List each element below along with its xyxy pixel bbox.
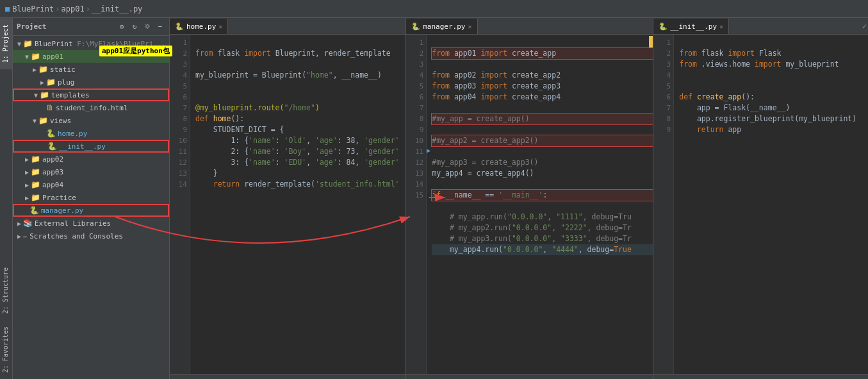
tree-item-static[interactable]: ▶ 📁 static <box>13 63 169 76</box>
tree-item-scratches[interactable]: ▶ ✏️ Scratches and Consoles <box>13 230 169 242</box>
pane3-code-content[interactable]: from flask import Flask from .views.home… <box>674 35 868 374</box>
pane2-tabs: 🐍 manager.py ✕ <box>406 18 653 35</box>
pane3-scrollbar[interactable] <box>653 374 868 379</box>
editor-area: 🐍 home.py ✕ 1234567891011121314 from fla… <box>170 18 868 379</box>
templates-label: templates <box>51 91 90 99</box>
panel-toolbar: Project ⚙ ↻ ⛭ − <box>13 18 169 36</box>
structure-tab[interactable]: 2: Structure <box>0 261 12 320</box>
app-logo: ■ <box>5 4 10 13</box>
title-bar: ■ BluePrint › app01 › __init__.py <box>0 0 868 18</box>
pane3-tabs: 🐍 __init__.py ✕ <box>653 18 868 35</box>
pane1-code[interactable]: 1234567891011121314 from flask import Bl… <box>170 35 405 374</box>
tree-item-app02[interactable]: ▶ 📁 app02 <box>13 153 169 165</box>
project-tree: ▼ 📁 BluePrint F:\MyFlask\BluePri... ▼ 📁 … <box>13 36 169 379</box>
panel-title: Project <box>17 22 46 31</box>
breadcrumb-init: __init__.py <box>92 4 142 13</box>
tree-item-student-info[interactable]: 🗎 student_info.html <box>13 101 169 114</box>
pane3-code[interactable]: 123456789 from flask import Flask from .… <box>653 35 868 374</box>
pane2-scrollbar[interactable] <box>406 374 653 379</box>
editor-pane-2: 🐍 manager.py ✕ 123456789101112131415 fro… <box>406 18 653 379</box>
tree-item-views[interactable]: ▼ 📁 views <box>13 114 169 127</box>
minimize-icon[interactable]: − <box>155 22 165 32</box>
tree-item-practice[interactable]: ▶ 📁 Practice <box>13 191 169 204</box>
settings-icon[interactable]: ⛭ <box>142 22 152 32</box>
editor-pane-1: 🐍 home.py ✕ 1234567891011121314 from fla… <box>170 18 406 379</box>
sync-icon[interactable]: ↻ <box>129 22 140 32</box>
tree-item-app01[interactable]: ▼ 📁 app01 <box>13 50 169 63</box>
breadcrumb-app01: app01 <box>61 4 85 13</box>
tree-item-templates[interactable]: ▼ 📁 templates <box>13 88 169 101</box>
warning-stripe <box>649 36 653 47</box>
tab-manager-py[interactable]: 🐍 manager.py ✕ <box>406 19 477 34</box>
tree-item-app03[interactable]: ▶ 📁 app03 <box>13 165 169 178</box>
app-title: BluePrint <box>12 4 54 13</box>
close-home-tab[interactable]: ✕ <box>218 23 222 30</box>
project-tab[interactable]: 1: Project <box>0 18 12 69</box>
editor-pane-3: ✓ 🐍 __init__.py ✕ 123456789 from flask i… <box>653 18 868 379</box>
pane2-line-numbers: 123456789101112131415 <box>406 35 427 374</box>
tab-home-py[interactable]: 🐍 home.py ✕ <box>170 19 228 34</box>
tree-item-home-py[interactable]: 🐍 home.py <box>13 127 169 140</box>
close-manager-tab[interactable]: ✕ <box>468 23 471 30</box>
tree-item-init-app01[interactable]: 🐍 __init__.py <box>13 140 169 153</box>
pane2-code-content[interactable]: from app01 import create_app from app02 … <box>427 35 653 374</box>
tree-item-plug[interactable]: ▶ 📁 plug <box>13 76 169 88</box>
close-init-tab[interactable]: ✕ <box>719 23 723 30</box>
pane2-code[interactable]: 123456789101112131415 from app01 import … <box>406 35 653 374</box>
editors-container: 🐍 home.py ✕ 1234567891011121314 from fla… <box>170 18 868 379</box>
pane1-tabs: 🐍 home.py ✕ <box>170 18 405 35</box>
favorites-tab[interactable]: 2: Favorites <box>0 320 12 379</box>
pane3-line-numbers: 123456789 <box>653 35 674 374</box>
pane1-code-content[interactable]: from flask import Blueprint, render_temp… <box>190 35 405 374</box>
tree-item-blueprint[interactable]: ▼ 📁 BluePrint F:\MyFlask\BluePri... <box>13 37 169 50</box>
tree-item-app04[interactable]: ▶ 📁 app04 <box>13 178 169 191</box>
tree-item-manager-py[interactable]: 🐍 manager.py <box>13 204 169 217</box>
gear-icon[interactable]: ⚙ <box>117 22 127 32</box>
pane1-line-numbers: 1234567891011121314 <box>170 35 190 374</box>
expand-arrow[interactable]: ▶ <box>425 145 432 156</box>
project-panel: Project ⚙ ↻ ⛭ − ▼ 📁 BluePrint F:\MyFlask… <box>13 18 170 379</box>
tree-item-ext-libs[interactable]: ▶ 📚 External Libraries <box>13 217 169 230</box>
left-side-tabs: 1: Project 2: Structure 2: Favorites <box>0 18 13 379</box>
pane1-scrollbar[interactable] <box>170 374 405 379</box>
tab-init-py[interactable]: 🐍 __init__.py ✕ <box>653 19 729 34</box>
check-icon: ✓ <box>862 22 867 31</box>
